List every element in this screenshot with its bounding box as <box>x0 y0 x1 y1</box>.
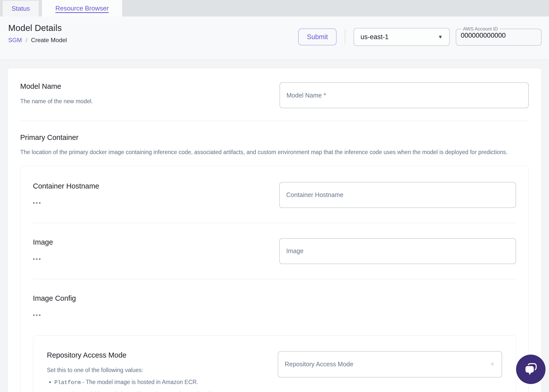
tab-resource-browser-label: Resource Browser <box>55 4 109 12</box>
row-divider <box>33 279 516 279</box>
caret-down-icon: ▼ <box>490 361 495 368</box>
create-model-form-card: Model Name The name of the new model. Pr… <box>7 68 542 392</box>
image-expander-button[interactable]: ••• <box>33 258 42 260</box>
container-hostname-expander-button[interactable]: ••• <box>33 202 42 204</box>
row-divider <box>33 223 516 223</box>
main-content: Model Name The name of the new model. Pr… <box>0 60 549 392</box>
aws-account-id-input[interactable] <box>460 32 538 41</box>
image-label: Image <box>33 238 53 246</box>
list-item: Vpc - The model image is hosted in a pri… <box>54 390 242 392</box>
model-name-description: The name of the new model. <box>20 97 93 106</box>
breadcrumb-separator: / <box>26 37 27 44</box>
repository-access-mode-description: Set this to one of the following values: <box>47 367 242 374</box>
repository-access-mode-select[interactable]: Repository Access Mode ▼ <box>278 351 502 378</box>
page-header: Model Details SGM / Create Model Submit … <box>0 16 549 60</box>
tab-bar: Status Resource Browser <box>0 0 549 16</box>
aws-account-id-fieldset: AWS Account ID <box>456 26 542 46</box>
image-row: Image ••• <box>33 238 516 264</box>
container-hostname-input[interactable] <box>279 182 516 208</box>
submit-button[interactable]: Submit <box>298 28 337 45</box>
aws-account-id-label: AWS Account ID <box>461 26 500 32</box>
image-config-label: Image Config <box>33 294 516 302</box>
repository-access-mode-card: Repository Access Mode Set this to one o… <box>33 335 516 392</box>
tab-status[interactable]: Status <box>3 1 39 16</box>
primary-container-label: Primary Container <box>20 133 529 142</box>
primary-container-section: Primary Container The location of the pr… <box>20 133 529 392</box>
repository-access-mode-info: Repository Access Mode Set this to one o… <box>47 351 242 392</box>
repository-access-mode-label: Repository Access Mode <box>47 351 242 359</box>
chat-widget-button[interactable] <box>516 355 546 384</box>
model-name-info: Model Name The name of the new model. <box>20 82 93 106</box>
repository-access-mode-placeholder: Repository Access Mode <box>285 361 353 368</box>
section-divider <box>20 121 529 121</box>
list-item: Platform - The model image is hosted in … <box>54 378 242 387</box>
caret-down-icon: ▼ <box>438 34 443 40</box>
value-code: Platform <box>54 380 81 386</box>
model-name-row: Model Name The name of the new model. <box>20 82 529 108</box>
container-hostname-label: Container Hostname <box>33 182 99 190</box>
primary-container-group-card: Container Hostname ••• Image ••• <box>20 166 529 392</box>
header-controls: Submit us-east-1 ▼ AWS Account ID <box>298 28 542 46</box>
container-hostname-row: Container Hostname ••• <box>33 182 516 208</box>
image-config-expander-button[interactable]: ••• <box>33 314 42 316</box>
breadcrumb-parent-link[interactable]: SGM <box>8 37 22 44</box>
image-info: Image ••• <box>33 238 53 262</box>
repository-access-mode-values: Platform - The model image is hosted in … <box>47 378 242 392</box>
tab-resource-browser[interactable]: Resource Browser <box>42 0 122 16</box>
tab-status-label: Status <box>11 5 30 12</box>
breadcrumb-current: Create Model <box>31 37 67 44</box>
image-input[interactable] <box>279 238 516 264</box>
value-text: - The model image is hosted in Amazon EC… <box>82 379 198 385</box>
container-hostname-info: Container Hostname ••• <box>33 182 99 206</box>
region-select-value: us-east-1 <box>361 33 389 41</box>
chat-bubbles-icon <box>523 362 539 377</box>
value-text: - The model image is hosted in a private… <box>66 391 242 392</box>
model-name-label: Model Name <box>20 82 93 91</box>
region-select[interactable]: us-east-1 ▼ <box>354 28 450 46</box>
header-divider <box>345 29 345 45</box>
primary-container-description: The location of the primary docker image… <box>20 148 529 157</box>
model-name-input[interactable] <box>279 82 529 108</box>
image-config-section: Image Config ••• Repository Access Mode … <box>33 294 516 392</box>
